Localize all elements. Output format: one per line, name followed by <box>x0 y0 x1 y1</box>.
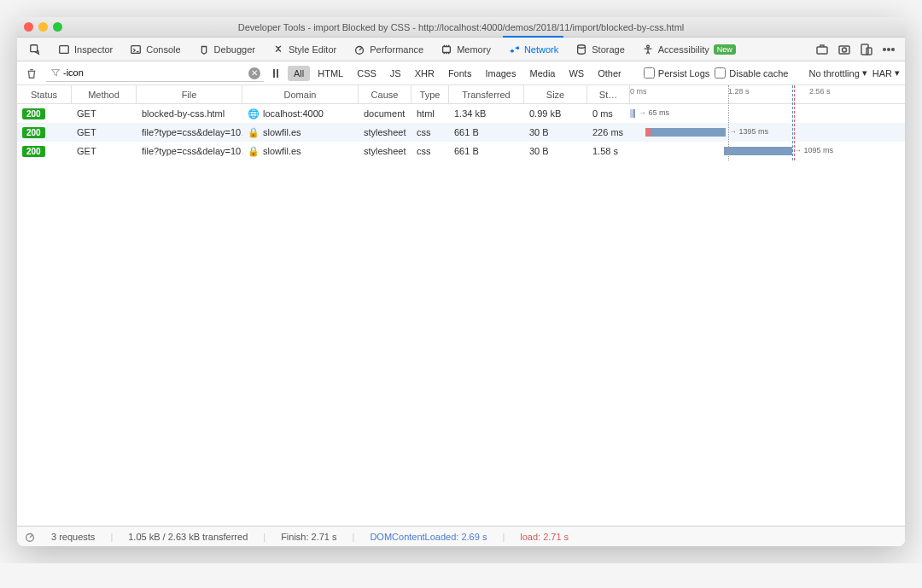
request-row[interactable]: 200GETblocked-by-css.html🌐localhost:4000… <box>17 104 905 123</box>
svg-point-5 <box>578 44 586 48</box>
tab-inspector[interactable]: Inspector <box>51 40 120 59</box>
cause-cell: document <box>359 108 411 119</box>
filter-pill-all[interactable]: All <box>288 66 310 81</box>
persist-logs-checkbox[interactable]: Persist Logs <box>644 67 710 79</box>
status-badge: 200 <box>22 127 45 138</box>
tab-console[interactable]: Console <box>123 40 187 59</box>
dcl-time: DOMContentLoaded: 2.69 s <box>370 532 487 542</box>
timeline-tick: 2.56 s <box>809 87 831 96</box>
file-cell: file?type=css&delay=10… <box>137 127 242 137</box>
svg-rect-4 <box>443 46 451 52</box>
clear-requests-button[interactable] <box>22 64 41 83</box>
column-header-file[interactable]: File <box>137 85 242 103</box>
column-header-type[interactable]: Type <box>411 85 449 103</box>
filter-pill-js[interactable]: JS <box>384 66 407 81</box>
file-cell: file?type=css&delay=10… <box>137 146 242 156</box>
lock-icon: 🔒 <box>248 127 260 138</box>
column-header-size[interactable]: Size <box>524 85 587 103</box>
waterfall-cell: → 1095 ms <box>630 145 905 157</box>
waterfall-cell: → 65 ms <box>630 108 905 119</box>
filter-pill-ws[interactable]: WS <box>563 66 590 81</box>
filter-pill-fonts[interactable]: Fonts <box>442 66 478 81</box>
svg-point-13 <box>888 48 890 50</box>
throttle-select[interactable]: No throttling▾ <box>808 67 867 79</box>
transferred-cell: 1.34 kB <box>449 108 524 119</box>
performance-icon[interactable] <box>24 531 36 543</box>
chevron-down-icon: ▾ <box>895 67 900 79</box>
globe-icon: 🌐 <box>248 108 260 119</box>
perf-icon <box>353 44 365 55</box>
crosshair-icon <box>29 44 41 55</box>
filter-pill-other[interactable]: Other <box>592 66 627 81</box>
tab-style[interactable]: Style Editor <box>266 40 343 59</box>
chevron-down-icon: ▾ <box>862 67 867 79</box>
window-title: Developer Tools - import Blocked by CSS … <box>17 22 905 32</box>
filter-pill-images[interactable]: Images <box>479 66 522 81</box>
svg-rect-11 <box>867 48 872 55</box>
file-cell: blocked-by-css.html <box>137 108 242 119</box>
tab-accessibility[interactable]: AccessibilityNew <box>635 40 743 59</box>
filter-pill-media[interactable]: Media <box>523 66 561 81</box>
column-header-transferred[interactable]: Transferred <box>449 85 524 103</box>
transferred-size: 1.05 kB / 2.63 kB transferred <box>128 532 248 542</box>
new-badge: New <box>714 44 736 55</box>
pause-button[interactable] <box>269 67 283 80</box>
devtools-tabs: InspectorConsoleDebuggerStyle EditorPerf… <box>17 38 905 61</box>
empty-area <box>17 160 905 526</box>
timeline-marker <box>728 85 729 160</box>
tab-perf[interactable]: Performance <box>347 40 430 59</box>
network-icon <box>508 44 520 55</box>
request-row[interactable]: 200GETfile?type=css&delay=10…🔒slowfil.es… <box>17 142 905 160</box>
filter-input-container: ✕ <box>46 65 264 82</box>
filter-pill-css[interactable]: CSS <box>351 66 382 81</box>
waterfall-header: 0 ms1.28 s2.56 s <box>630 85 905 103</box>
statusbar: 3 requests| 1.05 kB / 2.63 kB transferre… <box>17 526 905 546</box>
titlebar: Developer Tools - import Blocked by CSS … <box>17 17 905 38</box>
toolbox-button[interactable] <box>814 42 830 57</box>
column-header-cause[interactable]: Cause <box>359 85 411 103</box>
column-header-method[interactable]: Method <box>72 85 137 103</box>
column-header-domain[interactable]: Domain <box>242 85 359 103</box>
tab-memory[interactable]: Memory <box>434 40 498 59</box>
transferred-cell: 661 B <box>449 146 524 156</box>
clear-filter-button[interactable]: ✕ <box>248 67 260 79</box>
requests-count: 3 requests <box>51 532 95 542</box>
method-cell: GET <box>72 127 137 137</box>
tab-debugger[interactable]: Debugger <box>191 40 262 59</box>
timeline-tick: 1.28 s <box>728 87 750 96</box>
svg-rect-0 <box>31 44 38 51</box>
more-options-button[interactable] <box>881 42 896 57</box>
tab-network[interactable]: Network <box>501 40 565 59</box>
method-cell: GET <box>72 108 137 119</box>
status-badge: 200 <box>22 146 45 157</box>
filter-pills: AllHTMLCSSJSXHRFontsImagesMediaWSOther <box>288 66 627 81</box>
responsive-mode-button[interactable] <box>859 42 874 57</box>
column-header-st[interactable]: St… <box>587 85 630 103</box>
transferred-cell: 661 B <box>449 127 524 137</box>
svg-rect-1 <box>60 45 69 53</box>
element-picker-button[interactable] <box>22 40 48 59</box>
size-cell: 30 B <box>524 146 587 156</box>
filter-pill-xhr[interactable]: XHR <box>409 66 441 81</box>
svg-rect-2 <box>131 45 141 53</box>
devtools-window: Developer Tools - import Blocked by CSS … <box>17 17 905 546</box>
request-row[interactable]: 200GETfile?type=css&delay=10…🔒slowfil.es… <box>17 123 905 142</box>
tab-storage[interactable]: Storage <box>569 40 632 59</box>
type-cell: css <box>411 146 449 156</box>
finish-time: Finish: 2.71 s <box>281 532 336 542</box>
filter-input[interactable] <box>46 65 264 82</box>
domain-cell: 🔒slowfil.es <box>242 127 359 138</box>
svg-point-6 <box>646 45 649 48</box>
har-menu[interactable]: HAR▾ <box>872 67 900 79</box>
column-header-status[interactable]: Status <box>17 85 72 103</box>
network-toolbar: ✕ AllHTMLCSSJSXHRFontsImagesMediaWSOther… <box>17 61 905 85</box>
svg-rect-10 <box>861 44 868 55</box>
domain-cell: 🌐localhost:4000 <box>242 108 359 119</box>
funnel-icon <box>51 68 60 79</box>
filter-pill-html[interactable]: HTML <box>312 66 349 81</box>
type-cell: css <box>411 127 449 137</box>
type-cell: html <box>411 108 449 119</box>
disable-cache-checkbox[interactable]: Disable cache <box>715 67 788 79</box>
load-time: load: 2.71 s <box>520 532 569 542</box>
screenshot-button[interactable] <box>837 42 852 57</box>
